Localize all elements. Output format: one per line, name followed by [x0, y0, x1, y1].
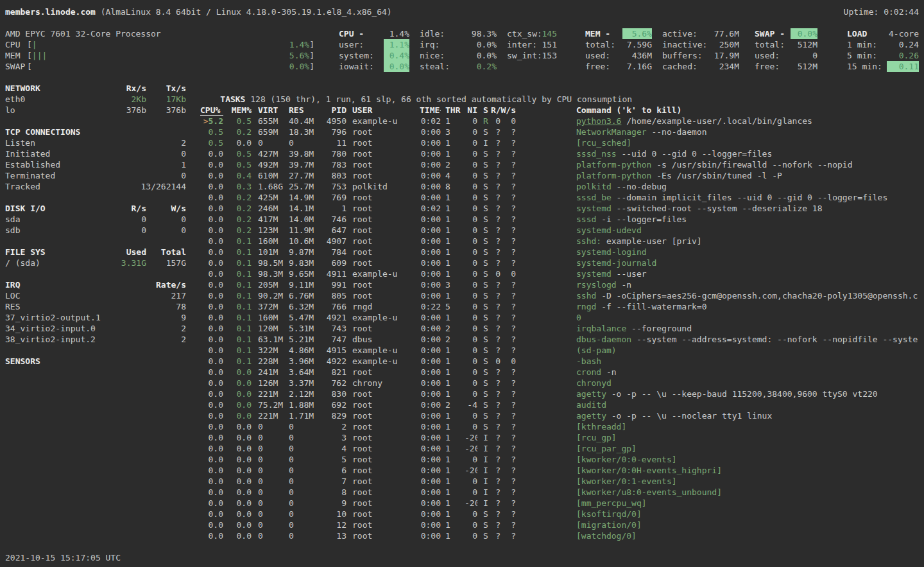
header-cmd: Command ('k' to kill)	[576, 105, 924, 116]
cell-command: polkitd --no-debug	[576, 181, 924, 192]
cell-write-rate: 0	[501, 356, 516, 367]
os-info: (AlmaLinux 8.4 64bit / Linux 4.18.0-305.…	[101, 7, 392, 17]
cell-pid: 647	[320, 225, 346, 236]
command-args: --switched-root --system --deserialize 1…	[612, 204, 823, 213]
cell-thr: 2	[445, 399, 465, 410]
row-value: 78	[108, 301, 186, 312]
cell-cpu: 0.0	[200, 443, 223, 454]
cell-pid: 766	[320, 301, 346, 312]
cell-mem: 0.0	[223, 367, 252, 378]
tasks-sort-note: sorted automatically by CPU consumption	[436, 94, 632, 104]
cell-write-rate: 0	[501, 268, 516, 279]
cell-thr: 1	[445, 148, 465, 159]
cell-user: dbus	[352, 334, 420, 345]
stat-label: MEM -	[585, 28, 622, 39]
process-row: 0.00.0241M3.64M821root0:0010S??crond -n	[200, 367, 924, 378]
process-row: 0.50.00011root0:0010I??[rcu_sched]	[200, 137, 924, 148]
col-header: R/s	[108, 203, 146, 214]
cell-write-rate: ?	[501, 170, 516, 181]
cell-ni: 0	[465, 530, 477, 541]
process-row: 0.00.2246M14.1M1root0:0210S??systemd --s…	[200, 203, 924, 214]
cell-write-rate: ?	[501, 519, 516, 530]
cell-cpu: 0.0	[200, 367, 223, 378]
gauge-bracket-open: [	[27, 61, 32, 72]
process-row: 0.00.0009root0:001-20I??[mm_percpu_wq]	[200, 498, 924, 509]
cell-thr: 1	[445, 443, 465, 454]
cell-user: root	[352, 388, 420, 399]
stat-label: steal:	[420, 61, 457, 72]
cell-mem: 0.0	[223, 509, 252, 519]
cpu-model-text: AMD EPYC 7601 32-Core Processor	[5, 29, 161, 39]
cell-user: root	[352, 399, 420, 410]
cell-command: dbus-daemon --system --address=systemd: …	[576, 334, 924, 345]
stat-value: 0	[791, 50, 817, 61]
cell-thr: 1	[445, 214, 465, 225]
cell-state: S	[483, 367, 491, 378]
cell-read-rate: ?	[491, 247, 501, 257]
row-value: 2	[108, 137, 186, 148]
cell-cpu: 0.0	[200, 388, 223, 399]
cell-ni: 0	[465, 225, 477, 236]
process-row: 0.00.190.2M6.76M805root0:0010S??sshd -D …	[200, 290, 924, 301]
cell-pid: 4921	[320, 312, 346, 323]
cell-time: 0:00	[420, 432, 441, 443]
cell-pid: 746	[320, 214, 346, 225]
cell-mem: 0.1	[223, 345, 252, 356]
cell-cpu: 0.0	[200, 465, 223, 476]
cell-ni: -20	[465, 498, 477, 509]
command-args: /home/example-user/.local/bin/glances	[621, 116, 812, 126]
command-args: -f --fill-watermark=0	[596, 302, 706, 311]
sidebar-row-established: Established1	[5, 159, 186, 170]
cell-pid: 4915	[320, 345, 346, 356]
section-title: DISK I/O	[5, 203, 108, 214]
cell-write-rate: ?	[501, 137, 516, 148]
cell-virt: 0	[258, 476, 289, 487]
stat-label: 1 min:	[847, 39, 887, 50]
cell-write-rate: ?	[501, 498, 516, 509]
cell-virt: 228M	[258, 356, 289, 367]
cell-write-rate: ?	[501, 214, 516, 225]
stat-value: 0.0%	[791, 28, 817, 39]
quicklook-gauge-cpu: CPU[|1.4%]	[5, 39, 314, 50]
process-row: 0.00.2417M14.0M746root0:0010S??sssd -i -…	[200, 214, 924, 225]
cell-time: 0:00	[420, 345, 441, 356]
section-title: FILE SYS	[5, 247, 108, 257]
cell-res: 25.7M	[289, 181, 320, 192]
cell-pid: 4	[320, 443, 346, 454]
cell-thr: 1	[445, 487, 465, 498]
stat-value: 0.26	[887, 50, 919, 61]
cell-write-rate: ?	[501, 159, 516, 170]
glances-terminal[interactable]: members.linode.com (AlmaLinux 8.4 64bit …	[0, 0, 924, 567]
cell-read-rate: ?	[491, 236, 501, 247]
gauge-bar: |||	[32, 50, 280, 61]
cell-state: S	[483, 170, 491, 181]
cell-ni: 0	[465, 192, 477, 203]
sidebar-row-lo: lo376b376b	[5, 105, 186, 116]
cell-cpu: 0.0	[200, 421, 223, 432]
stat-label: total:	[755, 39, 791, 50]
cell-pid: 4911	[320, 268, 346, 279]
col-header: Total	[146, 247, 186, 257]
cell-mem: 0.3	[223, 181, 252, 192]
cell-cpu: 0.0	[200, 498, 223, 509]
cell-time: 0:00	[420, 378, 441, 388]
cell-time: 0:00	[420, 410, 441, 421]
row-value: 17Kb	[146, 94, 186, 105]
cell-virt: 492M	[258, 159, 289, 170]
cell-time: 0:00	[420, 323, 441, 334]
cell-state: S	[483, 126, 491, 137]
cell-res: 9.83M	[289, 257, 320, 268]
cell-user: root	[352, 290, 420, 301]
cell-ni: 0	[465, 181, 477, 192]
cell-thr: 1	[445, 225, 465, 236]
cpu-block-row: user:1.1%irq:0.0%inter:151	[339, 39, 557, 50]
process-row: 0.00.0221M2.12M830root0:0010S??agetty -o…	[200, 388, 924, 399]
cell-pid: 8	[320, 487, 346, 498]
cell-time: 0:00	[420, 476, 441, 487]
cell-time: 0:00	[420, 356, 441, 367]
cell-time: 0:00	[420, 279, 441, 290]
cell-thr: 1	[445, 476, 465, 487]
cell-state: S	[483, 388, 491, 399]
cell-time: 0:00	[420, 334, 441, 345]
cell-mem: 0.2	[223, 126, 252, 137]
